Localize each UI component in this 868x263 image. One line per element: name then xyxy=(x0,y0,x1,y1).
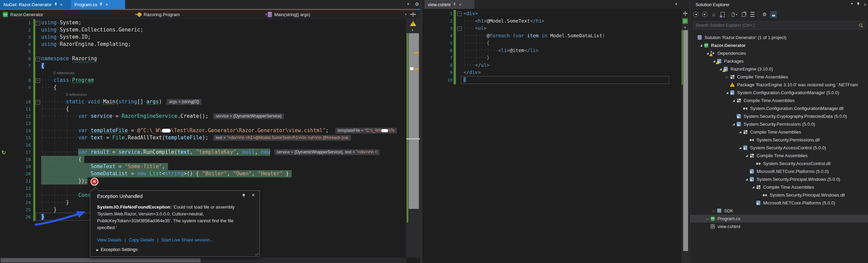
fold-collapse-icon[interactable]: – xyxy=(457,12,462,16)
preview-selected-items-icon[interactable] xyxy=(770,11,776,17)
debugger-value-hint[interactable]: templateFile = "C:\\_W\\\\Te xyxy=(335,128,397,134)
fold-collapse-icon[interactable]: – xyxy=(36,57,40,61)
expand-icon[interactable]: ▷ xyxy=(725,75,730,79)
code-line[interactable]: ········} xyxy=(463,54,490,61)
code-line[interactable]: ········@foreach·(var·item·in·Model.Some… xyxy=(463,32,605,39)
pending-changes-filter-icon[interactable]: ▼ xyxy=(732,11,738,17)
gear-icon[interactable]: ⚙ xyxy=(415,1,419,7)
tree-row[interactable]: ◢System.Configuration.ConfigurationManag… xyxy=(690,89,868,97)
debugger-value-hint[interactable]: text = "<div>\r\n <h1>@Model.SomeText</h… xyxy=(213,135,351,141)
sync-with-active-document-icon[interactable] xyxy=(740,11,747,17)
back-icon[interactable]: ◀ xyxy=(693,11,699,17)
codelens-references[interactable]: 0 references xyxy=(66,91,87,98)
tree-row[interactable]: System.Security.Permissions.dll xyxy=(690,136,868,144)
code-line[interactable]: namespace·Razoring xyxy=(41,55,97,62)
collapse-icon[interactable]: ◢ xyxy=(731,99,736,102)
code-line[interactable]: ····<ul> xyxy=(463,25,486,32)
properties-icon[interactable]: ⚙ xyxy=(761,11,768,17)
tree-row[interactable]: ◢System.Security.AccessControl (5.0.0) xyxy=(690,144,868,152)
code-line[interactable]: ················SomeText·=·"Some·Title", xyxy=(41,163,165,170)
tree-row[interactable]: Package 'RazorEngine 3.10.0' was restore… xyxy=(690,81,868,89)
code-line[interactable]: </div> xyxy=(463,69,481,76)
split-editor-handle[interactable]: ▲▼ xyxy=(406,10,420,19)
code-line[interactable]: ········{ xyxy=(41,105,69,113)
fold-collapse-icon[interactable]: – xyxy=(36,78,40,83)
code-line[interactable]: ············var·service·=·RazorEngineSer… xyxy=(41,113,208,120)
code-line[interactable]: ····{ xyxy=(41,84,57,91)
left-vertical-scrollbar[interactable]: ▲▼ ▲ xyxy=(406,10,420,258)
code-line[interactable]: ············<li>@item</li> xyxy=(463,47,539,54)
tree-row[interactable]: System.Security.AccessControl.dll xyxy=(690,160,868,167)
scrollbar-thumb[interactable] xyxy=(409,33,419,209)
search-input[interactable] xyxy=(693,23,859,28)
expand-icon[interactable]: ▷ xyxy=(705,217,710,221)
tree-row[interactable]: Microsoft.NETCore.Platforms (5.0.0) xyxy=(690,199,868,207)
type-dropdown[interactable]: Razoring.Program ▼ xyxy=(135,10,271,19)
collapse-icon[interactable]: ◢ xyxy=(699,44,703,47)
collapse-icon[interactable]: ◢ xyxy=(731,123,736,126)
tree-row[interactable]: ◢Dependencies xyxy=(690,49,868,57)
code-line[interactable]: { xyxy=(41,62,44,70)
window-position-icon[interactable]: ▼ xyxy=(850,2,853,7)
fold-collapse-icon[interactable]: – xyxy=(457,26,462,31)
close-icon[interactable]: × xyxy=(60,2,63,7)
home-icon[interactable]: ⌂ xyxy=(711,11,717,17)
debugger-value-hint[interactable]: service = {DynamicWrapperService} xyxy=(213,113,284,119)
debug-refresh-icon[interactable]: ↻ xyxy=(1,149,6,156)
collapse-icon[interactable]: ◢ xyxy=(738,130,743,134)
tree-row[interactable]: System.Security.Principal.Windows.dll xyxy=(690,191,868,199)
collapse-icon[interactable]: ◢ xyxy=(725,91,730,94)
document-health-ok-icon[interactable]: ✓ xyxy=(683,18,688,24)
forward-icon[interactable]: ▶ xyxy=(702,11,708,17)
tree-row[interactable]: System.Configuration.ConfigurationManage… xyxy=(690,104,868,112)
codelens-references[interactable]: 0 references xyxy=(53,70,74,77)
close-icon[interactable]: × xyxy=(459,2,461,7)
close-icon[interactable]: × xyxy=(105,2,108,7)
expand-icon[interactable]: ▷ xyxy=(712,209,716,213)
debugger-value-hint[interactable]: service = {DynamicWrapperService}, text … xyxy=(274,149,379,155)
close-icon[interactable]: × xyxy=(252,192,255,198)
tree-row[interactable]: System.Security.Cryptography.ProtectedDa… xyxy=(690,112,868,120)
collapse-icon[interactable]: ◢ xyxy=(744,154,749,157)
project-dropdown[interactable]: C# Razor.Generator ▼ xyxy=(0,10,141,19)
popup-link-copy-details[interactable]: Copy Details xyxy=(129,237,154,242)
code-editor-view-cshtml[interactable]: 1<div>–2····<h1>@Model.SomeText</h1>3···… xyxy=(422,10,682,263)
tree-row[interactable]: Solution 'Razor.Generator' (1 of 1 proje… xyxy=(690,34,868,41)
collapse-icon[interactable]: ◢ xyxy=(744,178,749,181)
search-box[interactable] xyxy=(693,21,866,29)
tree-row[interactable]: ◢System.Security.Permissions (5.0.0) xyxy=(690,120,868,128)
tab-view-cshtml[interactable]: view.cshtml × xyxy=(424,0,474,9)
fold-collapse-icon[interactable]: – xyxy=(36,100,40,104)
solution-explorer-titlebar[interactable]: Solution Explorer ▼ × xyxy=(690,0,868,10)
member-dropdown[interactable]: Main(string[] args) ▼ xyxy=(265,10,410,19)
code-line[interactable]: ····</ul> xyxy=(463,62,490,69)
code-line[interactable]: ············var·templateFile·=·@"C:\_W\\… xyxy=(41,127,329,134)
popup-link-view-details[interactable]: View Details xyxy=(97,237,121,242)
code-line[interactable]: ····class·Program xyxy=(41,77,94,84)
code-line[interactable]: ········{ xyxy=(463,39,490,47)
scrollbar-thumb[interactable] xyxy=(1,258,201,262)
code-line[interactable]: ········static·void·Main(string[]·args) xyxy=(41,98,162,105)
split-editor-handle[interactable]: ▲▼ xyxy=(682,10,689,17)
collapse-icon[interactable]: ◢ xyxy=(751,186,756,189)
middle-vertical-scrollbar[interactable]: ▲▼ ✓ ▲ xyxy=(682,10,689,263)
tab-list-dropdown-icon[interactable]: ▼ xyxy=(675,2,678,6)
tree-row[interactable]: ▷C#Program.cs xyxy=(690,215,868,223)
code-line[interactable]: using·RazorEngine.Templating; xyxy=(41,41,131,48)
scroll-up-icon[interactable]: ▲ xyxy=(684,25,687,29)
debugger-value-hint[interactable]: args = {string[0]} xyxy=(167,99,202,105)
tree-row[interactable]: ▷Compile Time Assemblies xyxy=(690,73,868,81)
pin-icon[interactable] xyxy=(99,2,103,7)
exception-settings-expander[interactable]: ▶Exception Settings xyxy=(96,247,138,252)
tree-row[interactable]: ◢RazorEngine (3.10.0) xyxy=(690,65,868,73)
code-line[interactable]: ············}); xyxy=(41,177,87,185)
fold-collapse-icon[interactable]: – xyxy=(36,21,40,25)
resize-grip[interactable] xyxy=(255,252,258,255)
tree-row[interactable]: @view.cshtml xyxy=(690,223,868,230)
switch-views-icon[interactable] xyxy=(720,11,726,17)
code-line[interactable]: ········} xyxy=(41,199,69,206)
pin-icon[interactable] xyxy=(242,193,246,199)
tree-row[interactable]: ◢System.Security.Principal.Windows (5.0.… xyxy=(690,175,868,183)
tab-program-cs[interactable]: Program.cs × xyxy=(71,0,125,9)
collapse-all-icon[interactable] xyxy=(749,11,756,17)
